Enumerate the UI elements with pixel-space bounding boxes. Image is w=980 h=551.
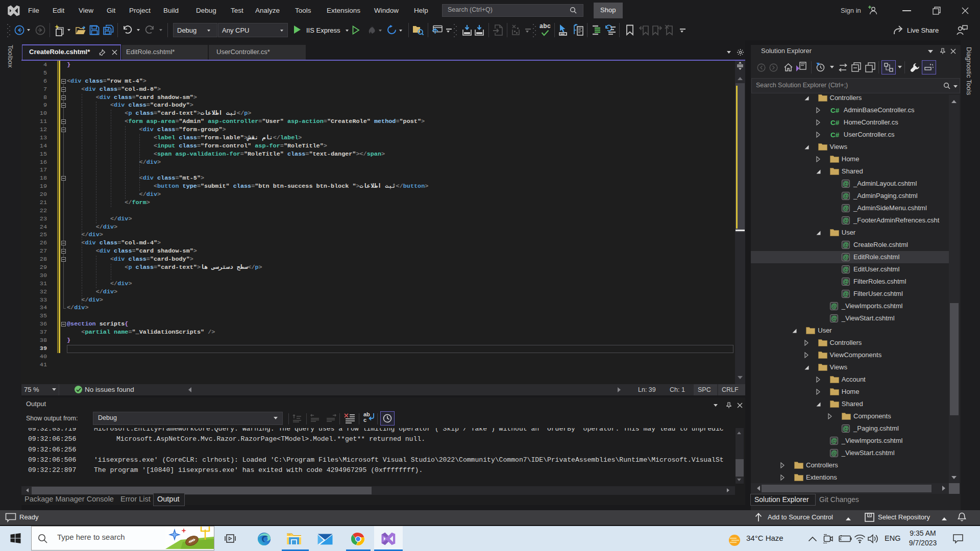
- svg-text:@: @: [843, 425, 849, 432]
- svg-text:@: @: [843, 290, 849, 297]
- svg-text:@: @: [843, 241, 849, 248]
- svg-text:@: @: [831, 303, 837, 310]
- svg-text:C#: C#: [830, 131, 840, 139]
- svg-text:@: @: [831, 449, 837, 457]
- svg-text:@: @: [831, 315, 837, 322]
- svg-text:@: @: [843, 266, 849, 273]
- svg-text:@: @: [843, 254, 849, 261]
- svg-text:@: @: [843, 278, 849, 285]
- svg-text:C#: C#: [830, 107, 840, 114]
- svg-text:@: @: [843, 205, 849, 212]
- svg-text:@: @: [831, 437, 837, 444]
- svg-text:C#: C#: [830, 119, 840, 127]
- svg-text:@: @: [843, 192, 849, 199]
- svg-text:@: @: [843, 180, 849, 187]
- svg-text:@: @: [843, 217, 849, 224]
